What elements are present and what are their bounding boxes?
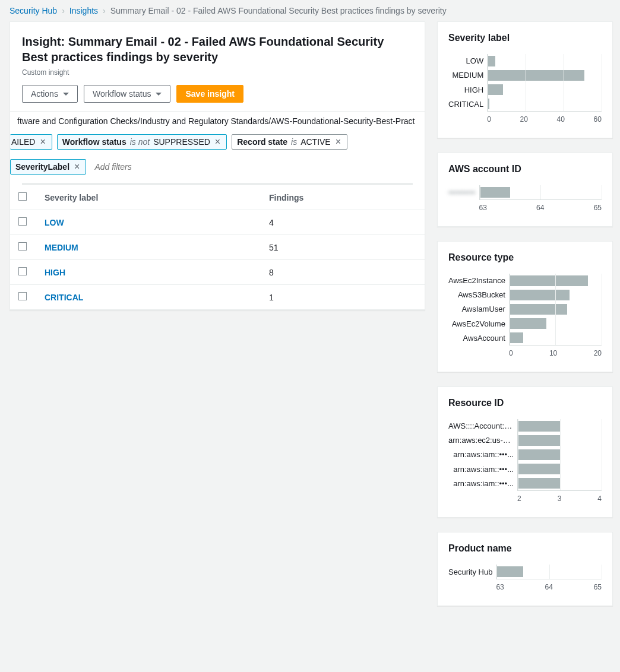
chart-bar[interactable]	[510, 275, 588, 286]
close-icon[interactable]: ×	[39, 137, 46, 147]
col-findings[interactable]: Findings	[261, 185, 425, 210]
close-icon[interactable]: ×	[73, 162, 81, 172]
chart-bar[interactable]	[510, 318, 546, 329]
table-row: LOW4	[10, 210, 425, 235]
chart-bar[interactable]	[510, 290, 570, 300]
filter-type-text: ftware and Configuration Checks/Industry…	[10, 111, 425, 131]
axis-tick: 63	[479, 204, 487, 212]
chart-category-label: AwsEc2Volume	[448, 317, 505, 331]
breadcrumb: Security Hub › Insights › Summary Email …	[0, 0, 620, 21]
chart-bar[interactable]	[518, 464, 560, 474]
axis-tick: 64	[545, 583, 553, 591]
findings-count: 1	[261, 285, 425, 310]
actions-label: Actions	[31, 89, 58, 99]
severity-link[interactable]: MEDIUM	[36, 235, 261, 260]
axis-tick: 0	[487, 115, 491, 123]
chart-category-label: AwsAccount	[448, 331, 505, 345]
chip-value: SUPPRESSED	[153, 137, 210, 147]
table-row: MEDIUM51	[10, 235, 425, 260]
severity-link[interactable]: LOW	[36, 210, 261, 235]
breadcrumb-current: Summary Email - 02 - Failed AWS Foundati…	[110, 6, 447, 15]
axis-tick: 4	[597, 495, 602, 503]
chip-field: SeverityLabel	[15, 162, 69, 172]
chart-category-label: LOW	[448, 54, 483, 68]
workflow-status-label: Workflow status	[93, 89, 151, 99]
page-title: Insight: Summary Email - 02 - Failed AWS…	[22, 34, 413, 65]
chart-category-label: AWS::::Account:•••...	[448, 419, 514, 433]
severity-link[interactable]: HIGH	[36, 260, 261, 285]
insight-panel: Insight: Summary Email - 02 - Failed AWS…	[10, 21, 425, 310]
row-checkbox[interactable]	[18, 267, 27, 275]
chip-field: Record state	[237, 137, 287, 147]
chart-bar[interactable]	[518, 435, 560, 446]
chart-bar[interactable]	[510, 332, 523, 343]
breadcrumb-root[interactable]: Security Hub	[10, 6, 57, 15]
chevron-right-icon: ›	[62, 6, 65, 15]
breadcrumb-section[interactable]: Insights	[69, 6, 98, 15]
axis-tick: 3	[558, 495, 562, 503]
chart-bar[interactable]	[518, 478, 560, 489]
chart-title: AWS account ID	[448, 164, 602, 175]
axis-tick: 65	[594, 204, 602, 212]
axis-tick: 64	[536, 204, 544, 212]
row-checkbox[interactable]	[18, 217, 27, 226]
chart-title: Resource type	[448, 252, 602, 263]
chart-panel: Resource typeAwsEc2InstanceAwsS3BucketAw…	[437, 241, 613, 372]
chip-field: Workflow status	[62, 137, 126, 147]
add-filters-input[interactable]	[91, 159, 203, 175]
chart-bar[interactable]	[488, 84, 503, 95]
workflow-status-dropdown[interactable]: Workflow status	[84, 85, 171, 103]
chart-title: Severity label	[448, 33, 602, 43]
chart-category-label: arn:aws:iam::•••...	[448, 462, 514, 477]
chart-panel: Product nameSecurity HubSecurity Hub6364…	[437, 532, 613, 606]
chart-bar[interactable]	[488, 56, 495, 66]
filter-chip[interactable]: AILED×	[10, 134, 52, 150]
axis-tick: 65	[594, 583, 602, 591]
save-insight-button[interactable]: Save insight	[176, 85, 243, 103]
col-severity-label[interactable]: Severity label	[36, 185, 261, 210]
chart-title: Resource ID	[448, 398, 602, 408]
chart-category-label: arn:aws:iam::•••...	[448, 448, 514, 462]
row-checkbox[interactable]	[18, 242, 27, 251]
axis-tick: 40	[557, 115, 565, 123]
chart-category-label: MEDIUM	[448, 68, 483, 83]
select-all-checkbox[interactable]	[18, 192, 27, 201]
filter-chip[interactable]: SeverityLabel ×	[10, 159, 86, 175]
chart-panel: Resource IDAWS::::Account:•••...arn:aws:…	[437, 386, 613, 518]
progress-bar	[22, 183, 413, 185]
chart-bar[interactable]	[480, 187, 510, 198]
chevron-down-icon	[156, 93, 162, 96]
axis-tick: 2	[517, 495, 521, 503]
chart-bar[interactable]	[518, 421, 560, 432]
findings-table: Severity label Findings LOW4MEDIUM51HIGH…	[10, 185, 425, 310]
chart-bar[interactable]	[510, 304, 567, 315]
severity-link[interactable]: CRITICAL	[36, 285, 261, 310]
chart-category-label: CRITICAL	[448, 97, 483, 112]
chart-category-label: arn:aws:iam::•••...	[448, 477, 514, 491]
row-checkbox[interactable]	[18, 292, 27, 300]
findings-count: 51	[261, 235, 425, 260]
chart-panel: AWS account ID••••••••••••••••••••636465	[437, 153, 613, 227]
table-row: CRITICAL1	[10, 285, 425, 310]
chip-value: ACTIVE	[300, 137, 331, 147]
chart-category-label: AwsEc2Instance	[448, 274, 505, 288]
axis-tick: 20	[520, 115, 528, 123]
filter-chip[interactable]: Workflow status is not SUPPRESSED×	[57, 134, 227, 150]
close-icon[interactable]: ×	[214, 137, 222, 147]
filter-chip[interactable]: Record state is ACTIVE×	[232, 134, 347, 150]
chart-category-label: ••••••••••	[448, 186, 476, 200]
chip-value: AILED	[11, 137, 35, 147]
chart-bar[interactable]	[488, 70, 584, 81]
axis-tick: 10	[549, 349, 557, 357]
chart-category-label: AwsS3Bucket	[448, 288, 505, 302]
findings-count: 8	[261, 260, 425, 285]
actions-dropdown[interactable]: Actions	[22, 85, 78, 103]
chart-bar[interactable]	[496, 566, 523, 577]
chart-title: Product name	[448, 543, 602, 554]
axis-tick: 0	[509, 349, 513, 357]
axis-tick: 63	[496, 583, 504, 591]
chart-bar[interactable]	[518, 449, 560, 460]
chart-category-label: Security Hub	[448, 565, 492, 579]
close-icon[interactable]: ×	[334, 137, 342, 147]
chevron-down-icon	[63, 93, 69, 96]
